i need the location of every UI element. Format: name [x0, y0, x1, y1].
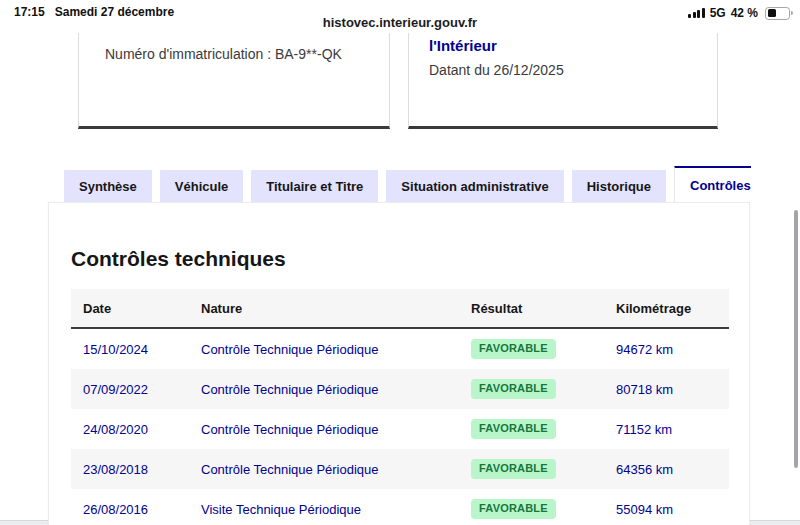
inspections-table: Date Nature Résultat Kilométrage 15/10/2…: [71, 289, 729, 525]
cell-kilometrage: 64356 km: [604, 462, 729, 477]
col-header-resultat: Résultat: [459, 301, 604, 316]
col-header-date: Date: [71, 301, 189, 316]
cell-date: 07/09/2022: [71, 382, 189, 397]
table-header-row: Date Nature Résultat Kilométrage: [71, 289, 729, 329]
status-badge: FAVORABLE: [471, 339, 556, 359]
certificate-date: Datant du 26/12/2025: [429, 62, 717, 78]
cell-kilometrage: 80718 km: [604, 382, 729, 397]
vertical-scrollbar[interactable]: [794, 210, 798, 468]
section-title: Contrôles techniques: [71, 247, 286, 271]
table-row: 24/08/2020 Contrôle Technique Périodique…: [71, 409, 729, 449]
address-bar[interactable]: histovec.interieur.gouv.fr: [0, 15, 800, 30]
cell-kilometrage: 94672 km: [604, 342, 729, 357]
status-bar: 17:15 Samedi 27 décembre 5G 42 % histove…: [0, 0, 800, 32]
col-header-kilometrage: Kilométrage: [604, 301, 729, 316]
status-badge: FAVORABLE: [471, 459, 556, 479]
cell-nature: Contrôle Technique Périodique: [189, 342, 459, 357]
registration-card: Numéro d'immatriculation : BA-9**-QK: [78, 33, 390, 129]
status-badge: FAVORABLE: [471, 499, 556, 519]
cell-kilometrage: 71152 km: [604, 422, 729, 437]
status-badge: FAVORABLE: [471, 379, 556, 399]
tab-situation-administrative[interactable]: Situation administrative: [386, 170, 563, 202]
col-header-nature: Nature: [189, 301, 459, 316]
table-row: 15/10/2024 Contrôle Technique Périodique…: [71, 329, 729, 369]
tab-content-panel: Contrôles techniques Date Nature Résulta…: [48, 202, 750, 525]
status-badge: FAVORABLE: [471, 419, 556, 439]
table-row: 23/08/2018 Contrôle Technique Périodique…: [71, 449, 729, 489]
tab-titulaire-et-titre[interactable]: Titulaire et Titre: [251, 170, 378, 202]
tab-historique[interactable]: Historique: [572, 170, 666, 202]
cell-date: 23/08/2018: [71, 462, 189, 477]
tab-bar: Synthèse Véhicule Titulaire et Titre Sit…: [48, 166, 751, 202]
table-row: 26/08/2016 Visite Technique Périodique F…: [71, 489, 729, 525]
cell-nature: Contrôle Technique Périodique: [189, 382, 459, 397]
tab-vehicule[interactable]: Véhicule: [160, 170, 243, 202]
cell-kilometrage: 55094 km: [604, 502, 729, 517]
registration-number: Numéro d'immatriculation : BA-9**-QK: [105, 46, 389, 62]
tab-controles-techniques[interactable]: Contrôles techniques: [674, 166, 751, 202]
cell-date: 15/10/2024: [71, 342, 189, 357]
cell-nature: Contrôle Technique Périodique: [189, 462, 459, 477]
certificate-title: l'Intérieur: [429, 37, 717, 54]
cell-date: 26/08/2016: [71, 502, 189, 517]
tab-synthese[interactable]: Synthèse: [64, 170, 152, 202]
certificate-card: l'Intérieur Datant du 26/12/2025: [408, 33, 718, 129]
cell-nature: Contrôle Technique Périodique: [189, 422, 459, 437]
table-row: 07/09/2022 Contrôle Technique Périodique…: [71, 369, 729, 409]
cell-nature: Visite Technique Périodique: [189, 502, 459, 517]
cell-date: 24/08/2020: [71, 422, 189, 437]
